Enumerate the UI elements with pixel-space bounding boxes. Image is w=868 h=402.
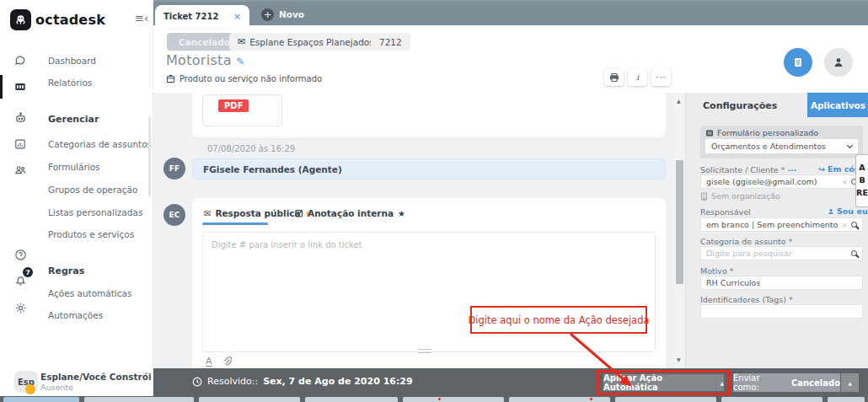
close-tab-icon[interactable]: × xyxy=(233,11,241,22)
sidebar-header-gerenciar: Gerenciar xyxy=(48,114,99,125)
motive-input[interactable] xyxy=(706,278,857,287)
editor-resize-grip[interactable] xyxy=(418,349,431,353)
conversation-scrollbar[interactable]: ▲ ▼ xyxy=(674,93,685,368)
edit-title-pencil-icon[interactable]: ✎ xyxy=(236,56,244,67)
send-as-button[interactable]: Enviar como: Cancelado xyxy=(733,373,840,392)
taskbar-tab xyxy=(509,397,610,402)
assignee-field: × xyxy=(700,217,863,232)
requester-label: Solicitante / Cliente * ··· xyxy=(700,165,796,174)
composer-avatar: EC xyxy=(163,204,185,226)
assignee-input[interactable] xyxy=(706,220,838,229)
footer-action-bar: Resolvido:: Sex, 7 de Ago de 2020 16:29 … xyxy=(153,368,868,396)
person-small-icon xyxy=(828,208,834,215)
send-as-value: Cancelado xyxy=(791,378,840,388)
tags-input[interactable] xyxy=(706,307,857,316)
requester-more-icon[interactable]: ··· xyxy=(788,165,797,174)
sidebar-scrollbar[interactable] xyxy=(148,116,151,196)
company-chip[interactable]: ✉ Esplane Espaços Planejados xyxy=(229,33,383,51)
product-box-icon xyxy=(166,74,175,83)
attach-paperclip-icon[interactable] xyxy=(222,356,232,367)
tab-ticket-7212[interactable]: Ticket 7212 × xyxy=(155,5,249,27)
category-field xyxy=(700,246,863,260)
sou-eu-link[interactable]: Sou eu xyxy=(828,206,868,216)
notification-count-badge: 7 xyxy=(23,267,33,277)
settings-gear-icon[interactable] xyxy=(13,301,27,314)
motive-label: Motivo * xyxy=(700,266,734,276)
star-icon[interactable]: ★ xyxy=(398,209,405,218)
sidebar-item-formularios[interactable]: Formulários xyxy=(48,162,100,172)
logo-wordmark: octadesk xyxy=(35,12,105,28)
user-status: Ausente xyxy=(40,383,73,392)
print-button[interactable] xyxy=(604,68,624,86)
sidebar-item-categorias[interactable]: Categorias de assuntos xyxy=(48,139,152,149)
contact-view-toggle-button[interactable] xyxy=(824,48,853,77)
sidebar-item-produtos[interactable]: Produtos e serviços xyxy=(48,229,134,239)
reports-icon[interactable] xyxy=(13,80,27,94)
printer-icon xyxy=(609,72,619,83)
building-icon xyxy=(700,192,708,201)
sidebar-collapse-icon[interactable]: ≡‹ xyxy=(135,12,148,24)
sidebar-item-acoes-automaticas[interactable]: Ações automáticas xyxy=(48,288,131,298)
send-as-dropdown-button[interactable]: ▲ xyxy=(841,373,859,392)
sidebar-header-regras: Regras xyxy=(48,265,84,276)
tags-label: Identificadores (Tags) * xyxy=(700,295,793,304)
sidebar-item-listas[interactable]: Listas personalizadas xyxy=(48,207,142,217)
scroll-up-icon[interactable]: ▲ xyxy=(677,98,681,104)
agent-avatar: FF xyxy=(163,158,185,180)
forward-icon: ↪ xyxy=(818,164,825,174)
status-dot xyxy=(25,384,35,394)
more-actions-button[interactable]: ··· xyxy=(651,68,671,86)
category-input[interactable] xyxy=(706,249,848,258)
sidebar-item-relatorios[interactable]: Relatórios xyxy=(48,78,92,88)
message-card-attachment: PDF xyxy=(192,93,666,137)
clear-icon[interactable]: × xyxy=(841,178,848,186)
plus-icon: + xyxy=(261,8,274,21)
sidebar-item-dashboard[interactable]: Dashboard xyxy=(48,56,96,66)
ticket-view-toggle-button[interactable] xyxy=(784,48,812,77)
annotation-callout: Digite aqui o nome da Ação desejada xyxy=(470,306,647,334)
resolved-status: Resolvido:: Sex, 7 de Ago de 2020 16:29 xyxy=(192,376,413,387)
motive-field xyxy=(700,276,863,290)
help-icon[interactable] xyxy=(13,248,27,261)
custom-form-select[interactable]: Orçamentos e Atendimentos xyxy=(705,139,858,153)
clear-icon[interactable]: × xyxy=(841,221,848,229)
requester-field: × xyxy=(700,174,863,189)
search-icon[interactable] xyxy=(851,250,857,256)
dashboard-icon[interactable] xyxy=(13,54,27,67)
clock-icon xyxy=(192,377,202,387)
taskbar-red-dot xyxy=(590,398,592,400)
organization-line: Sem organização xyxy=(700,191,780,201)
format-text-button[interactable]: A xyxy=(206,356,212,367)
sidebar: octadesk ≡‹ 7 Dashboard Relatórios G xyxy=(0,0,153,396)
forms-people-icon[interactable] xyxy=(13,163,27,176)
custom-form-box: Formulário personalizado Orçamentos e At… xyxy=(700,126,863,158)
search-icon[interactable] xyxy=(851,222,857,228)
scroll-down-icon[interactable]: ▼ xyxy=(677,356,681,362)
ticket-properties-panel: Configurações Aplicativos Formulário per… xyxy=(685,93,868,368)
chevron-down-icon xyxy=(847,142,853,148)
category-label: Categoria de assunto * xyxy=(700,237,792,246)
scrollbar-thumb[interactable] xyxy=(676,160,683,284)
sidebar-item-automacoes[interactable]: Automações xyxy=(48,310,103,320)
sidebar-item-grupos[interactable]: Grupos de operação xyxy=(48,185,137,195)
taskbar-tab xyxy=(305,397,398,402)
tab-aplicativos[interactable]: Aplicativos xyxy=(807,93,868,117)
taskbar-tab xyxy=(3,397,79,402)
resolved-date: Sex, 7 de Ago de 2020 16:29 xyxy=(263,376,413,387)
reply-editor[interactable] xyxy=(202,232,656,352)
dots-menu-icon: ··· xyxy=(656,72,667,82)
tab-configuracoes[interactable]: Configurações xyxy=(703,100,777,111)
categories-chart-icon[interactable] xyxy=(13,137,27,151)
attachment-tile[interactable]: PDF xyxy=(202,94,282,126)
info-button[interactable]: i xyxy=(628,68,647,86)
taskbar-tab xyxy=(828,397,865,402)
tab-new-ticket[interactable]: + Novo xyxy=(261,2,304,27)
taskbar-red-dot xyxy=(438,398,441,400)
abre-side-tab[interactable]: ABRE xyxy=(855,154,868,207)
taskbar-tab xyxy=(615,397,716,402)
active-item-indicator xyxy=(0,75,3,99)
manage-robot-icon[interactable] xyxy=(13,110,27,124)
requester-input[interactable] xyxy=(706,177,838,186)
tab-internal-note[interactable]: Anotação interna ★ xyxy=(295,208,405,218)
caret-up-icon: ▲ xyxy=(848,380,852,386)
